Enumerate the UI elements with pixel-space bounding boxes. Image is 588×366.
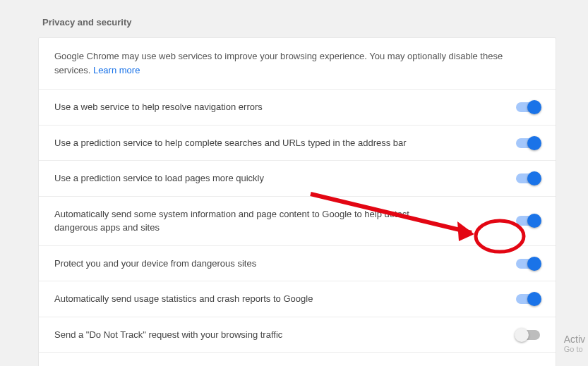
row-label: Use a prediction service to load pages m… <box>54 171 264 185</box>
row-label-block: Use a web service to help resolve spelli… <box>54 363 333 366</box>
row-label: Protect you and your device from dangero… <box>54 257 256 271</box>
row-label: Send a "Do Not Track" request with your … <box>54 328 282 342</box>
row-nav-errors: Use a web service to help resolve naviga… <box>39 90 556 126</box>
watermark-line2: Go to <box>564 345 585 353</box>
row-label: Use a web service to help resolve naviga… <box>54 100 263 114</box>
row-dangerous-apps: Automatically send some system informati… <box>39 197 556 246</box>
row-spell-check: Use a web service to help resolve spelli… <box>39 353 556 366</box>
toggle-prediction-urls[interactable] <box>516 138 540 148</box>
row-label: Automatically send some system informati… <box>54 207 450 235</box>
intro-text: Google Chrome may use web services to im… <box>39 38 556 90</box>
row-do-not-track: Send a "Do Not Track" request with your … <box>39 317 556 353</box>
toggle-nav-errors[interactable] <box>516 102 540 112</box>
watermark: Activ Go to <box>564 334 585 353</box>
toggle-do-not-track[interactable] <box>516 330 540 340</box>
toggle-safe-browsing[interactable] <box>516 259 540 269</box>
row-label: Use a prediction service to help complet… <box>54 136 407 150</box>
learn-more-link[interactable]: Learn more <box>93 65 140 75</box>
toggle-dangerous-apps[interactable] <box>516 216 540 226</box>
toggle-prediction-preload[interactable] <box>516 173 540 183</box>
row-prediction-urls: Use a prediction service to help complet… <box>39 126 556 161</box>
row-label: Automatically send usage statistics and … <box>54 292 313 306</box>
row-prediction-preload: Use a prediction service to load pages m… <box>39 161 556 197</box>
section-title: Privacy and security <box>0 0 588 37</box>
watermark-line1: Activ <box>564 334 585 345</box>
row-safe-browsing: Protect you and your device from dangero… <box>39 246 556 282</box>
row-usage-stats: Automatically send usage statistics and … <box>39 281 556 317</box>
settings-card: Google Chrome may use web services to im… <box>38 37 556 366</box>
toggle-usage-stats[interactable] <box>516 294 540 304</box>
row-label: Use a web service to help resolve spelli… <box>54 363 333 366</box>
